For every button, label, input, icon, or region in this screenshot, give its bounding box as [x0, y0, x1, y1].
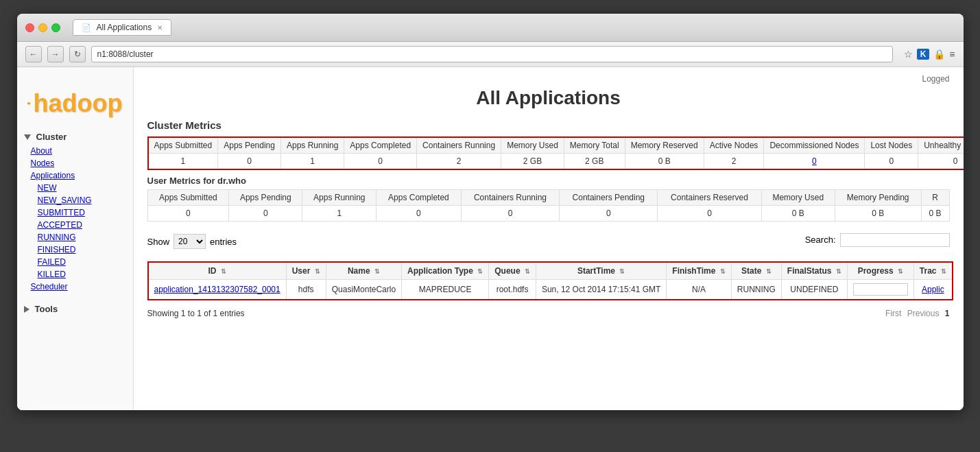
entries-select[interactable]: 20 10 50 100: [174, 234, 206, 249]
sidebar-tools-header[interactable]: Tools: [17, 300, 133, 318]
app-table-header[interactable]: State ⇅: [731, 262, 781, 280]
sidebar-sub-links: NEWNEW_SAVINGSUBMITTEDACCEPTEDRUNNINGFIN…: [17, 182, 133, 281]
sort-icon: ⇅: [221, 268, 226, 275]
sidebar-item-nodes[interactable]: Nodes: [17, 157, 133, 169]
app-tracking-cell[interactable]: Applic: [913, 280, 953, 300]
maximize-button[interactable]: [51, 23, 60, 32]
user-metrics-value: 0 B: [761, 206, 835, 222]
address-bar[interactable]: n1:8088/cluster: [91, 46, 893, 62]
cluster-metrics-value: 0: [865, 154, 918, 170]
sort-icon: ⇅: [374, 268, 380, 275]
top-bar: Logged: [147, 74, 950, 84]
app-state-cell: RUNNING: [731, 280, 781, 300]
user-metrics-values-row: 00100000 B0 B0 B: [147, 206, 949, 222]
sidebar-item-new_saving[interactable]: NEW_SAVING: [17, 194, 133, 206]
cluster-metrics-value: 0: [218, 154, 281, 170]
user-metrics-header: Apps Submitted: [147, 190, 229, 206]
sort-icon: ⇅: [477, 268, 483, 275]
refresh-button[interactable]: ↻: [69, 46, 86, 62]
hadoop-elephant-icon: [27, 81, 31, 126]
sidebar-item-killed[interactable]: KILLED: [17, 268, 133, 281]
user-metrics-value: 0: [560, 206, 658, 222]
search-input[interactable]: [840, 233, 950, 247]
user-metrics-header: Apps Pending: [229, 190, 302, 206]
app-table-header[interactable]: Trac ⇅: [913, 262, 953, 280]
sidebar-item-about[interactable]: About: [17, 145, 133, 157]
cluster-metrics-header: Apps Submitted: [148, 137, 218, 154]
title-bar: 📄 All Applications ✕: [17, 14, 964, 42]
tab-bar: 📄 All Applications ✕: [73, 19, 172, 36]
cluster-metrics-header: Apps Running: [280, 137, 344, 154]
forward-button[interactable]: →: [47, 46, 64, 62]
browser-tab[interactable]: 📄 All Applications ✕: [73, 19, 172, 36]
sidebar-item-failed[interactable]: FAILED: [17, 256, 133, 268]
page-title: All Applications: [147, 87, 950, 109]
sidebar-item-accepted[interactable]: ACCEPTED: [17, 219, 133, 231]
app-id-cell[interactable]: application_1413132307582_0001: [148, 280, 287, 300]
user-metrics-value: 0: [229, 206, 302, 222]
sort-icon: ⇅: [766, 268, 772, 275]
app-table-header[interactable]: User ⇅: [286, 262, 326, 280]
app-table-header[interactable]: Name ⇅: [326, 262, 401, 280]
showing-text: Showing 1 to 1 of 1 entries: [147, 309, 245, 318]
app-table-header[interactable]: StartTime ⇅: [536, 262, 666, 280]
app-user-cell: hdfs: [286, 280, 326, 300]
user-metrics-value: 0: [377, 206, 461, 222]
cluster-metrics-header: Lost Nodes: [865, 137, 918, 154]
progress-input[interactable]: [853, 283, 908, 296]
app-table-header[interactable]: Application Type ⇅: [402, 262, 489, 280]
app-table-header[interactable]: Queue ⇅: [489, 262, 536, 280]
previous-link[interactable]: Previous: [907, 309, 940, 318]
app-progress-cell[interactable]: [847, 280, 913, 300]
sidebar-item-applications[interactable]: Applications: [17, 169, 133, 182]
sort-icon: ⇅: [315, 268, 320, 275]
minimize-button[interactable]: [38, 23, 47, 32]
address-text: n1:8088/cluster: [97, 49, 154, 59]
cluster-metrics-header: Active Nodes: [704, 137, 764, 154]
close-button[interactable]: [25, 23, 34, 32]
page-number[interactable]: 1: [945, 309, 950, 318]
k-icon[interactable]: K: [917, 49, 930, 60]
logo-area: hadoop: [17, 74, 133, 129]
tab-close-icon[interactable]: ✕: [157, 24, 163, 32]
user-metrics-header: R: [921, 190, 949, 206]
nav-right-icons: ☆ K 🔒 ≡: [904, 49, 955, 60]
cluster-metrics-title: Cluster Metrics: [147, 119, 950, 131]
sort-icon: ⇅: [941, 268, 946, 275]
tab-title: All Applications: [97, 23, 152, 32]
app-name-cell: QuasiMonteCarlo: [326, 280, 401, 300]
svg-point-2: [29, 104, 30, 105]
app-start-cell: Sun, 12 Oct 2014 17:15:41 GMT: [536, 280, 666, 300]
hadoop-logo-text: hadoop: [34, 89, 123, 118]
user-metrics-value: 0 B: [835, 206, 921, 222]
cluster-metrics-values-row: 101022 GB2 GB0 B2000: [148, 154, 964, 170]
search-label: Search:: [805, 235, 836, 245]
sidebar-item-scheduler[interactable]: Scheduler: [17, 281, 133, 293]
sidebar-cluster-label: Cluster: [36, 132, 67, 142]
sidebar-cluster-header[interactable]: Cluster: [17, 129, 133, 145]
sort-icon: ⇅: [836, 268, 841, 275]
menu-icon[interactable]: ≡: [949, 49, 955, 60]
app-table-body: application_1413132307582_0001hdfsQuasiM…: [148, 280, 953, 300]
app-finish-cell: N/A: [667, 280, 731, 300]
sidebar-item-finished[interactable]: FINISHED: [17, 243, 133, 256]
cluster-metrics-header: Apps Completed: [344, 137, 417, 154]
app-table-header-row: ID ⇅User ⇅Name ⇅Application Type ⇅Queue …: [148, 262, 953, 280]
sidebar-item-running[interactable]: RUNNING: [17, 231, 133, 243]
first-link[interactable]: First: [885, 309, 901, 318]
sidebar-item-submitted[interactable]: SUBMITTED: [17, 206, 133, 219]
logged-text: Logged: [922, 74, 949, 84]
table-row: application_1413132307582_0001hdfsQuasiM…: [148, 280, 953, 300]
back-button[interactable]: ←: [25, 46, 42, 62]
user-metrics-header: Apps Running: [302, 190, 377, 206]
app-table-header[interactable]: ID ⇅: [148, 262, 287, 280]
app-table-header[interactable]: Progress ⇅: [847, 262, 913, 280]
cluster-metrics-value: 1: [148, 154, 218, 170]
shield-icon[interactable]: 🔒: [933, 49, 945, 60]
app-table-header[interactable]: FinishTime ⇅: [667, 262, 731, 280]
user-metrics-header: Containers Pending: [560, 190, 658, 206]
app-table-header[interactable]: FinalStatus ⇅: [781, 262, 847, 280]
star-icon[interactable]: ☆: [904, 49, 913, 60]
cluster-metrics-value: 2: [704, 154, 764, 170]
sidebar-item-new[interactable]: NEW: [17, 182, 133, 194]
